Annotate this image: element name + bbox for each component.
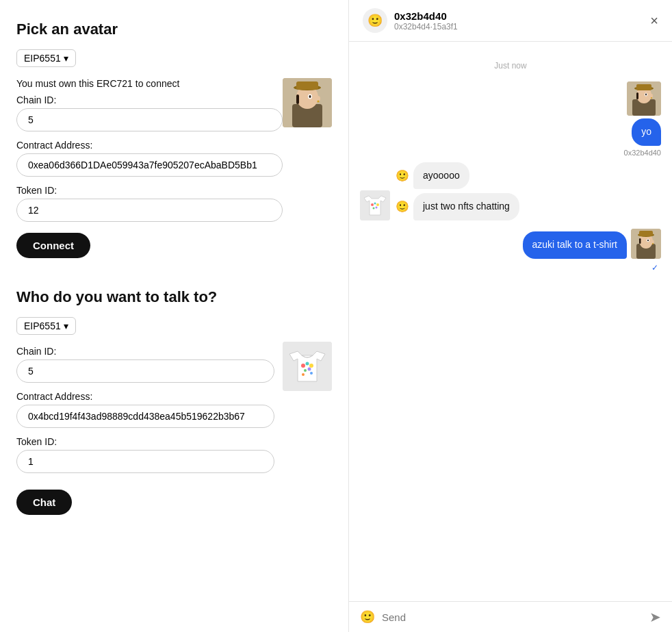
svg-rect-6: [296, 94, 299, 104]
left-panel: Pick an avatar EIP6551 ▾ You must own th…: [0, 0, 349, 632]
svg-point-34: [376, 206, 378, 208]
received-bubble-2: just two nfts chatting: [413, 193, 519, 220]
token-id2-label: Token ID:: [16, 436, 274, 447]
svg-point-28: [651, 97, 652, 99]
svg-point-32: [376, 203, 379, 206]
erc721-text: You must own this ERC721 to connect: [16, 78, 283, 89]
svg-point-8: [309, 95, 311, 98]
sent-message-group-2: azuki talk to a t-shirt ✓: [360, 229, 661, 273]
send-icon: ➤: [649, 609, 661, 624]
received-row-2: 🙂 just two nfts chatting: [396, 193, 519, 220]
pick-avatar-title: Pick an avatar: [16, 21, 332, 38]
svg-point-43: [651, 240, 654, 243]
svg-point-10: [318, 101, 320, 103]
sent-bubble-2: azuki talk to a t-shirt: [523, 231, 628, 259]
contract-address2-input[interactable]: [16, 405, 274, 428]
svg-rect-39: [639, 231, 653, 236]
who-avatar-thumbnail: [283, 342, 332, 391]
svg-point-16: [308, 368, 311, 371]
chat-header-avatar: 🙂: [363, 8, 387, 33]
avatar-type-dropdown[interactable]: EIP6551 ▾: [16, 49, 76, 67]
received-bubble-1: ayooooo: [413, 162, 469, 190]
who-row: EIP6551 ▾ Chain ID: Contract Address: To…: [16, 317, 332, 481]
chain-id2-input[interactable]: [16, 359, 274, 383]
token-id-input[interactable]: [16, 199, 283, 222]
token-id-label: Token ID:: [16, 185, 283, 196]
chat-contact-name: 0x32b4d40: [394, 10, 458, 22]
sent-bubble-1: yo: [632, 118, 661, 146]
chain-id-label: Chain ID:: [16, 94, 283, 105]
avatar-type-label: EIP6551: [24, 53, 61, 64]
chat-panel: 🙂 0x32b4d40 0x32b4d4·15a3f1 × Just now: [349, 0, 672, 632]
contract-address2-label: Contract Address:: [16, 391, 274, 402]
svg-point-42: [647, 239, 649, 241]
received-message-group: 🙂 ayooooo 🙂 just two nfts chatting: [360, 162, 661, 220]
sender-avatar-1: [627, 81, 661, 116]
received-bubbles: 🙂 ayooooo 🙂 just two nfts chatting: [396, 162, 519, 220]
smiley-icon-2: 🙂: [396, 200, 409, 213]
svg-point-31: [374, 202, 376, 204]
sender-avatar-2: [631, 229, 661, 259]
chat-footer: 🙂 ➤: [349, 601, 672, 632]
chevron-down-icon: ▾: [64, 53, 68, 64]
close-chat-button[interactable]: ×: [650, 13, 658, 29]
send-button[interactable]: ➤: [649, 609, 661, 625]
svg-point-15: [304, 369, 307, 372]
svg-point-18: [310, 372, 313, 375]
svg-rect-24: [636, 92, 638, 99]
who-fields: EIP6551 ▾ Chain ID: Contract Address: To…: [16, 317, 274, 481]
chat-button[interactable]: Chat: [16, 490, 72, 515]
chain-id2-label: Chain ID:: [16, 346, 274, 357]
avatar-info: You must own this ERC721 to connect Chai…: [16, 78, 283, 277]
who-title: Who do you want to talk to?: [16, 288, 332, 306]
who-section: Who do you want to talk to? EIP6551 ▾ Ch…: [16, 288, 332, 515]
sent-sender-label-1: 0x32b4d40: [624, 149, 661, 157]
avatar-thumbnail: [283, 78, 332, 127]
receiver-avatar: [360, 190, 390, 220]
smiley-icon-1: 🙂: [396, 169, 409, 182]
timestamp: Just now: [360, 61, 661, 71]
chat-body: Just now yo: [349, 42, 672, 601]
sent-message-row-1: yo: [632, 118, 661, 146]
send-input[interactable]: [382, 611, 643, 623]
connect-button[interactable]: Connect: [16, 233, 90, 258]
svg-point-14: [309, 364, 313, 368]
svg-rect-40: [639, 238, 641, 244]
chat-header-info: 0x32b4d40 0x32b4d4·15a3f1: [394, 10, 458, 31]
chat-header-left: 🙂 0x32b4d40 0x32b4d4·15a3f1: [363, 8, 458, 33]
svg-point-13: [306, 362, 309, 366]
received-row-1: 🙂 ayooooo: [396, 162, 519, 190]
avatar-section: You must own this ERC721 to connect Chai…: [16, 78, 332, 277]
svg-point-30: [371, 203, 374, 206]
sent-message-group-1: yo 0x32b4d40: [360, 81, 661, 157]
who-type-dropdown[interactable]: EIP6551 ▾: [16, 317, 76, 335]
svg-point-44: [652, 243, 654, 244]
svg-point-17: [302, 373, 305, 376]
contract-address-label: Contract Address:: [16, 140, 283, 151]
svg-rect-5: [296, 81, 318, 90]
svg-point-33: [373, 207, 375, 209]
svg-point-12: [301, 364, 305, 368]
smiley-icon: 🙂: [367, 13, 383, 28]
contract-address-input[interactable]: [16, 153, 283, 177]
svg-rect-23: [636, 84, 651, 90]
sent-message-row-2: azuki talk to a t-shirt: [523, 229, 662, 259]
chat-header: 🙂 0x32b4d40 0x32b4d4·15a3f1 ×: [349, 0, 672, 42]
message-tick: ✓: [651, 263, 658, 273]
who-type-label: EIP6551: [24, 320, 61, 331]
chain-id-input[interactable]: [16, 108, 283, 131]
token-id2-input[interactable]: [16, 450, 274, 473]
chat-contact-sub: 0x32b4d4·15a3f1: [394, 22, 458, 31]
footer-smiley-icon: 🙂: [360, 609, 375, 624]
chevron-down-icon-2: ▾: [64, 320, 68, 331]
tick-icon: ✓: [651, 263, 658, 273]
svg-point-26: [645, 94, 647, 96]
